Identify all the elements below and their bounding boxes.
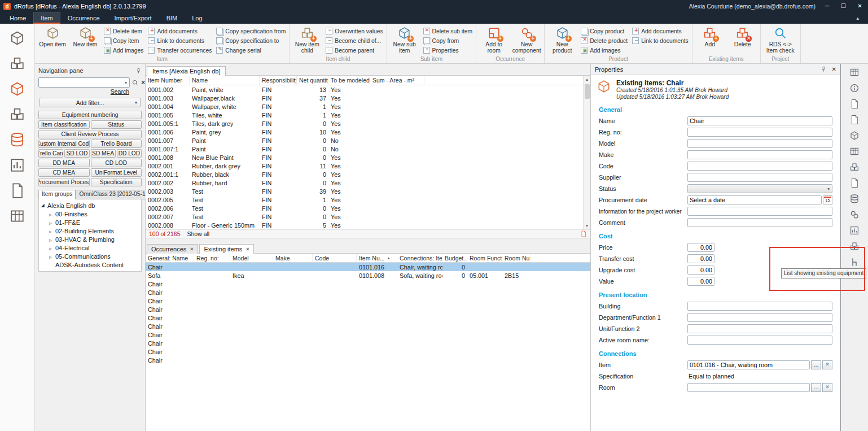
search-icon[interactable] (131, 77, 139, 88)
comment-input[interactable] (687, 218, 832, 227)
copy-item-button[interactable]: Copy item (103, 36, 144, 45)
column-header[interactable]: Code (313, 254, 357, 262)
rooms-module-icon[interactable] (7, 28, 28, 47)
connection-item-input[interactable] (687, 360, 810, 369)
item-row[interactable]: 0001.005:1 Tiles, dark grey FIN 0 Yes (146, 119, 590, 128)
clear-search-icon[interactable]: ✕ (141, 77, 146, 88)
column-header[interactable]: Responsibility (260, 76, 297, 85)
filter-button[interactable]: DD MEA (38, 159, 90, 167)
filter-button[interactable]: Status (91, 120, 142, 129)
show-all-link[interactable]: Show all (187, 230, 209, 237)
filter-button[interactable]: Equipment numbering (38, 111, 142, 119)
calendar-icon[interactable]: 15 (823, 195, 832, 204)
ribbon-tab[interactable]: Occurrence (60, 12, 107, 24)
copy-product-button[interactable]: Copy product (580, 27, 629, 36)
overwritten-values-button[interactable]: Overwritten values (325, 27, 384, 36)
item-row[interactable]: 0001.007:1 Paint FIN 0 No (146, 145, 590, 153)
item-row[interactable]: 0002.005 Test FIN 1 Yes (146, 195, 590, 204)
new-item-child-button[interactable]: + New item child (292, 24, 322, 56)
filter-button[interactable]: CD MEA (38, 168, 90, 177)
tab-item-groups[interactable]: Item groups (38, 190, 76, 199)
item-row[interactable]: 0001.007 Paint FIN 0 No (146, 136, 590, 145)
copy-specification-from-button[interactable]: Copy specification from (215, 27, 287, 36)
add-images-button[interactable]: Add images (580, 46, 629, 55)
collapse-ribbon-icon[interactable]: ▴ (847, 12, 868, 24)
close-icon[interactable]: ✕ (852, 0, 868, 12)
column-header[interactable]: Reg. no: (194, 254, 230, 262)
tree-item[interactable]: 00-Finishes (40, 210, 140, 218)
tree-collapsed-icon[interactable] (48, 236, 53, 243)
classification-icon[interactable] (848, 146, 861, 157)
search-input[interactable] (39, 79, 122, 86)
browse-icon[interactable]: … (811, 383, 821, 392)
add-documents-button[interactable]: Add documents (147, 27, 213, 36)
item-row[interactable]: 0001.004 Wallpaper, white FIN 1 Yes (146, 102, 590, 111)
ribbon-tab[interactable]: Import/Export (107, 12, 159, 24)
close-tab-icon[interactable]: ✕ (246, 246, 249, 252)
filter-button[interactable]: Custom Internal Code (38, 140, 90, 148)
items-module-icon[interactable] (7, 79, 28, 98)
delete-item-button[interactable]: Delete item (103, 27, 144, 36)
procurement-date-input[interactable] (687, 195, 822, 204)
close-panel-icon[interactable]: ✕ (832, 66, 836, 72)
delete-sub-item-button[interactable]: Delete sub item (422, 27, 474, 36)
column-header[interactable]: General: Name (146, 254, 194, 262)
tree-collapsed-icon[interactable] (48, 245, 53, 251)
chevron-down-icon[interactable]: ▾ (122, 80, 129, 85)
existing-item-row[interactable]: Chair (146, 322, 590, 330)
scrollbar-thumb[interactable] (585, 84, 590, 99)
open-item-button[interactable]: Open item (37, 24, 68, 56)
delete-existing-item-button[interactable]: ✕ Delete (727, 24, 758, 56)
link-to-documents-button[interactable]: Link to documents (147, 36, 213, 45)
scroll-down-icon[interactable]: ▼ (584, 222, 590, 229)
filter-button[interactable]: Trello Card (38, 149, 63, 158)
tree-item[interactable]: 02-Building Elements (40, 227, 140, 235)
filter-button[interactable]: Item classification (38, 120, 90, 129)
tree-collapsed-icon[interactable] (48, 211, 53, 217)
tree-item[interactable]: 03-HVAC & Plumbing (40, 235, 140, 243)
scroll-up-icon[interactable]: ▲ (584, 76, 590, 83)
item-row[interactable]: 0001.002 Paint, white FIN 13 Yes (146, 85, 590, 94)
items-table-header[interactable]: Item NumberNameResponsibilityNet quantit… (146, 76, 590, 85)
existing-equipment-list-icon[interactable] (848, 256, 861, 268)
filter-button[interactable]: Trello Board (91, 140, 142, 148)
become-parent-button[interactable]: Become parent (325, 46, 384, 55)
column-header[interactable]: Room Funct... (467, 254, 502, 262)
column-header[interactable]: Connections: Item:... (397, 254, 442, 262)
minimize-icon[interactable]: ─ (819, 0, 835, 12)
filter-button[interactable]: CD LOD (91, 159, 142, 167)
link-to-documents-button[interactable]: Link to documents (631, 36, 690, 45)
ribbon-tab[interactable]: Item (33, 12, 60, 24)
documents-icon[interactable] (848, 98, 861, 110)
code-input[interactable] (687, 162, 832, 171)
delete-product-button[interactable]: Delete product (580, 36, 629, 45)
column-header[interactable]: Model (230, 254, 273, 262)
column-header[interactable]: Make (273, 254, 313, 262)
change-serial-button[interactable]: Change serial (215, 46, 287, 55)
make-input[interactable] (687, 150, 832, 159)
new-component-button[interactable]: + New component (511, 24, 542, 56)
existing-item-row[interactable]: Chair (146, 305, 590, 314)
filter-button[interactable]: Specification (91, 178, 142, 186)
add-filter-dropdown[interactable]: Add filter... ▾ (40, 98, 141, 107)
column-header[interactable]: Sum - Area - m² (370, 76, 424, 85)
products-icon[interactable] (848, 162, 861, 173)
status-dropdown[interactable]: ▾ (687, 184, 832, 193)
existing-item-row[interactable]: Sofa Ikea 0101.008 Sofa, waiting room 0 … (146, 271, 590, 280)
tree-root[interactable]: ◢ Alexia English db (40, 201, 140, 210)
tree-expanded-icon[interactable]: ◢ (40, 203, 45, 208)
rds-item-check-button[interactable]: RDS <-> Item check (763, 24, 798, 56)
unit-function-input[interactable] (687, 324, 832, 333)
copy-icon[interactable] (848, 114, 861, 125)
column-header[interactable]: To be modeled (328, 76, 370, 85)
project-worker-info-input[interactable] (687, 207, 832, 216)
tab-omniclass[interactable]: OmniClass 23 [2012-05-16] (76, 190, 154, 199)
value-input[interactable] (687, 277, 714, 286)
reg-no-input[interactable] (687, 128, 832, 137)
transfer-occurrences-button[interactable]: Transfer occurrences (147, 46, 213, 55)
cards-module-icon[interactable] (7, 206, 28, 225)
filter-button[interactable]: Client Review Process (38, 130, 142, 138)
connection-room-input[interactable] (687, 383, 810, 392)
add-existing-item-button[interactable]: + Add (695, 24, 725, 56)
ribbon-tab[interactable]: BIM (159, 12, 185, 24)
